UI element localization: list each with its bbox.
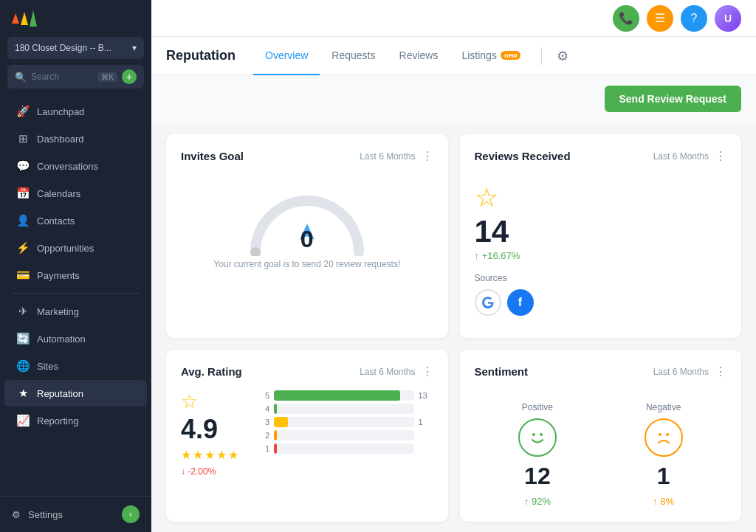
phone-button[interactable]: 📞 bbox=[613, 5, 639, 32]
conversations-icon: 💬 bbox=[16, 159, 30, 173]
chevron-down-icon: ▾ bbox=[132, 43, 137, 53]
card-menu-icon[interactable]: ⋮ bbox=[422, 365, 433, 379]
facebook-icon: f bbox=[507, 289, 534, 316]
send-review-request-button[interactable]: Send Review Request bbox=[605, 86, 742, 112]
avatar[interactable]: U bbox=[715, 5, 741, 32]
reporting-icon: 📈 bbox=[16, 414, 30, 427]
page-header: Reputation Overview Requests Reviews Lis… bbox=[151, 37, 756, 75]
card-header: Avg. Rating Last 6 Months ⋮ bbox=[181, 365, 433, 379]
sentiment-card: Sentiment Last 6 Months ⋮ Positive bbox=[460, 350, 742, 522]
card-period: Last 6 Months bbox=[653, 367, 709, 377]
nav-divider bbox=[12, 293, 140, 294]
sentiment-positive-pct: ↑ 92% bbox=[524, 496, 551, 507]
reviews-content: ☆ 14 ↑ +16.67% Sources f bbox=[475, 175, 727, 323]
sidebar-item-dashboard[interactable]: ⊞ Dashboard bbox=[4, 125, 147, 152]
happy-face-icon bbox=[518, 418, 557, 457]
tab-requests[interactable]: Requests bbox=[320, 38, 387, 75]
rating-value: 4.9 bbox=[181, 413, 218, 445]
tab-reviews[interactable]: Reviews bbox=[388, 38, 450, 75]
bar-count: 13 bbox=[419, 391, 433, 400]
sidebar-item-label: Opportunities bbox=[37, 243, 94, 254]
launchpad-icon: 🚀 bbox=[16, 105, 30, 118]
sidebar-item-sites[interactable]: 🌐 Sites bbox=[4, 353, 147, 379]
sidebar-item-marketing[interactable]: ✈ Marketing bbox=[4, 298, 147, 325]
card-header: Reviews Received Last 6 Months ⋮ bbox=[475, 149, 727, 163]
gauge-container: 0 Your current goal is to send 20 review… bbox=[181, 175, 433, 277]
settings-icon: ⚙ bbox=[12, 509, 21, 520]
sentiment-positive-value: 12 bbox=[524, 463, 551, 490]
sidebar-item-opportunities[interactable]: ⚡ Opportunities bbox=[4, 235, 147, 261]
sidebar-item-calendars[interactable]: 📅 Calendars bbox=[4, 180, 147, 207]
rating-left: ☆ 4.9 ★★★★★ ↓ -2.00% bbox=[181, 390, 247, 477]
card-header: Sentiment Last 6 Months ⋮ bbox=[475, 365, 727, 379]
star-icon: ☆ bbox=[475, 182, 498, 213]
bar-fill bbox=[274, 417, 288, 427]
add-button[interactable]: + bbox=[122, 69, 137, 84]
bar-fill bbox=[274, 404, 277, 414]
card-menu-icon[interactable]: ⋮ bbox=[422, 149, 433, 163]
rating-stars: ★★★★★ bbox=[181, 448, 238, 462]
sites-icon: 🌐 bbox=[16, 359, 30, 373]
automation-icon: 🔄 bbox=[16, 332, 30, 345]
bar-fill bbox=[274, 430, 277, 441]
sidebar-item-automation[interactable]: 🔄 Automation bbox=[4, 325, 147, 352]
sources-label: Sources bbox=[475, 273, 507, 283]
sidebar-item-launchpad[interactable]: 🚀 Launchpad bbox=[4, 98, 147, 125]
search-input[interactable] bbox=[31, 72, 93, 82]
payments-icon: 💳 bbox=[16, 269, 30, 282]
menu-button[interactable]: ☰ bbox=[647, 5, 673, 32]
sentiment-negative-pct: ↑ 8% bbox=[653, 496, 674, 507]
svg-point-1 bbox=[526, 426, 549, 449]
sidebar-nav: 🚀 Launchpad ⊞ Dashboard 💬 Conversations … bbox=[0, 94, 151, 496]
card-menu-icon[interactable]: ⋮ bbox=[715, 149, 726, 163]
sidebar-footer: ⚙ Settings ‹ bbox=[0, 496, 151, 532]
svg-point-6 bbox=[666, 433, 669, 436]
tab-divider bbox=[541, 47, 542, 65]
sidebar-item-label: Conversations bbox=[37, 161, 98, 172]
arrow-yellow bbox=[21, 12, 28, 25]
bar-row-2: 2 bbox=[262, 430, 433, 441]
dashboard-icon: ⊞ bbox=[16, 132, 30, 145]
sentiment-negative-value: 1 bbox=[657, 463, 670, 490]
bar-row-4: 4 bbox=[262, 404, 433, 414]
sidebar-item-contacts[interactable]: 👤 Contacts bbox=[4, 207, 147, 234]
sad-face-icon bbox=[645, 418, 683, 457]
search-bar[interactable]: 🔍 ⌘K + bbox=[7, 65, 144, 89]
help-button[interactable]: ? bbox=[681, 5, 707, 32]
gauge-value: 0 bbox=[300, 226, 314, 253]
settings-item[interactable]: ⚙ Settings bbox=[12, 509, 63, 520]
sidebar-item-payments[interactable]: 💳 Payments bbox=[4, 262, 147, 289]
sidebar-item-conversations[interactable]: 💬 Conversations bbox=[4, 153, 147, 179]
sidebar-item-reporting[interactable]: 📈 Reporting bbox=[4, 407, 147, 434]
bar-row-5: 5 13 bbox=[262, 390, 433, 401]
sidebar-item-label: Calendars bbox=[37, 188, 80, 199]
card-title: Sentiment bbox=[475, 365, 529, 378]
tab-overview[interactable]: Overview bbox=[253, 38, 320, 75]
business-selector[interactable]: 180 Closet Design -- B... ▾ bbox=[7, 37, 144, 59]
marketing-icon: ✈ bbox=[16, 305, 30, 318]
svg-point-2 bbox=[532, 433, 535, 436]
gauge-wrap: 0 bbox=[241, 182, 374, 256]
tab-label: Listings bbox=[461, 49, 496, 61]
tab-listings[interactable]: Listings new bbox=[450, 38, 532, 75]
tab-label: Reviews bbox=[399, 49, 439, 61]
collapse-sidebar-button[interactable]: ‹ bbox=[122, 505, 140, 523]
card-menu-icon[interactable]: ⋮ bbox=[715, 365, 726, 379]
opportunities-icon: ⚡ bbox=[16, 241, 30, 255]
bar-track bbox=[274, 404, 414, 414]
search-icon: 🔍 bbox=[15, 72, 27, 83]
bar-fill bbox=[274, 443, 277, 454]
settings-gear-icon[interactable]: ⚙ bbox=[551, 48, 574, 64]
sentiment-content: Positive 12 ↑ 92% Negative bbox=[475, 390, 727, 507]
avg-rating-card: Avg. Rating Last 6 Months ⋮ ☆ 4.9 ★★★★★ … bbox=[166, 350, 448, 522]
card-period: Last 6 Months bbox=[653, 151, 709, 162]
bar-label: 4 bbox=[262, 404, 269, 413]
sidebar-item-reputation[interactable]: ★ Reputation bbox=[4, 380, 147, 407]
calendars-icon: 📅 bbox=[16, 187, 30, 200]
sidebar-item-label: Reputation bbox=[37, 388, 83, 399]
avg-rating-content: ☆ 4.9 ★★★★★ ↓ -2.00% 5 13 bbox=[181, 390, 433, 477]
card-header: Invites Goal Last 6 Months ⋮ bbox=[181, 149, 433, 163]
reviews-change: ↑ +16.67% bbox=[475, 250, 520, 261]
rating-star-icon: ☆ bbox=[181, 390, 198, 413]
card-title: Reviews Received bbox=[475, 150, 571, 162]
